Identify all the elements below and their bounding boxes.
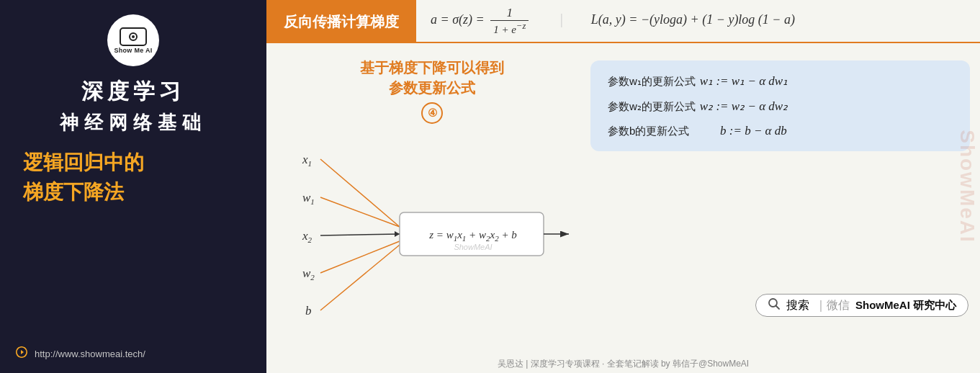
formula-line-2: 参数w₂的更新公式 w₂ := w₂ − α dw₂ bbox=[608, 99, 953, 114]
formula-label-2: 参数w₂的更新公式 bbox=[608, 100, 696, 114]
search-icon bbox=[768, 297, 781, 313]
logo-area: Show Me AI bbox=[107, 14, 159, 69]
formula-math-1: a = σ(z) = 1 1 + e−z | L(a, y) = −(yloga… bbox=[431, 6, 795, 36]
svg-line-12 bbox=[320, 245, 400, 310]
diagram-svg: x1 w1 x2 w2 b z = w1x1 + w2x2 + b ShowMe… bbox=[281, 130, 583, 331]
header-bar: 反向传播计算梯度 a = σ(z) = 1 1 + e−z | L(a, y) … bbox=[266, 0, 980, 43]
svg-line-20 bbox=[776, 306, 779, 310]
url-text: http://www.showmeai.tech/ bbox=[35, 349, 145, 359]
formula-line-3: 参数b的更新公式 b := b − α db bbox=[608, 124, 953, 138]
svg-text:x1: x1 bbox=[302, 153, 312, 168]
title-sub: 神经网络基础 bbox=[60, 109, 207, 135]
svg-point-2 bbox=[132, 35, 135, 38]
svg-line-10 bbox=[320, 234, 400, 235]
logo-icon bbox=[119, 27, 148, 47]
formula-math-b: b := b − α db bbox=[720, 124, 787, 138]
svg-text:w1: w1 bbox=[302, 191, 315, 206]
svg-text:b: b bbox=[305, 304, 312, 318]
footer-text: 吴恩达 | 深度学习专项课程 · 全套笔记解读 by 韩信子@ShowMeAI bbox=[266, 355, 980, 373]
svg-line-11 bbox=[320, 241, 400, 273]
svg-text:ShowMeAI: ShowMeAI bbox=[454, 243, 492, 251]
logo-circle: Show Me AI bbox=[107, 14, 159, 66]
main-content: 基于梯度下降可以得到 参数更新公式 ④ x1 w1 x2 w2 b bbox=[266, 43, 980, 324]
svg-line-8 bbox=[320, 159, 400, 227]
formulas-panel: 参数w₁的更新公式 w₁ := w₁ − α dw₁ 参数w₂的更新公式 w₂ … bbox=[590, 50, 973, 324]
left-panel: Show Me AI 深度学习 神经网络基础 逻辑回归中的 梯度下降法 http… bbox=[0, 0, 266, 373]
formula-line-1: 参数w₁的更新公式 w₁ := w₁ − α dw₁ bbox=[608, 73, 953, 89]
svg-text:x2: x2 bbox=[302, 229, 313, 244]
svg-line-9 bbox=[320, 197, 400, 227]
formula-math-w2: w₂ := w₂ − α dw₂ bbox=[700, 99, 788, 114]
title-main: 深度学习 bbox=[81, 76, 185, 107]
link-icon bbox=[14, 345, 29, 363]
formula-math-w1: w₁ := w₁ − α dw₁ bbox=[700, 73, 788, 89]
header-formula: a = σ(z) = 1 1 + e−z | L(a, y) = −(yloga… bbox=[416, 0, 980, 43]
search-brand: ShowMeAI 研究中心 bbox=[855, 299, 956, 313]
bottom-link[interactable]: http://www.showmeai.tech/ bbox=[14, 345, 145, 363]
header-label: 反向传播计算梯度 bbox=[266, 0, 416, 43]
circle-badge: ④ bbox=[421, 102, 443, 124]
search-bar[interactable]: 搜索 ｜微信 ShowMeAI 研究中心 bbox=[755, 294, 968, 317]
nn-title: 基于梯度下降可以得到 参数更新公式 bbox=[274, 50, 590, 98]
nn-diagram: 基于梯度下降可以得到 参数更新公式 ④ x1 w1 x2 w2 b bbox=[274, 50, 590, 324]
svg-text:w2: w2 bbox=[302, 266, 315, 282]
logo-sub-text: Show Me AI bbox=[114, 47, 152, 54]
search-divider: ｜微信 bbox=[815, 298, 850, 313]
right-panel: 反向传播计算梯度 a = σ(z) = 1 1 + e−z | L(a, y) … bbox=[266, 0, 980, 373]
formula-label-1: 参数w₁的更新公式 bbox=[608, 75, 696, 89]
search-label: 搜索 bbox=[786, 298, 809, 313]
formulas-box: 参数w₁的更新公式 w₁ := w₁ − α dw₁ 参数w₂的更新公式 w₂ … bbox=[590, 60, 970, 151]
formula-label-3: 参数b的更新公式 bbox=[608, 125, 694, 138]
svg-marker-17 bbox=[395, 231, 400, 237]
highlight-title: 逻辑回归中的 梯度下降法 bbox=[23, 148, 144, 207]
